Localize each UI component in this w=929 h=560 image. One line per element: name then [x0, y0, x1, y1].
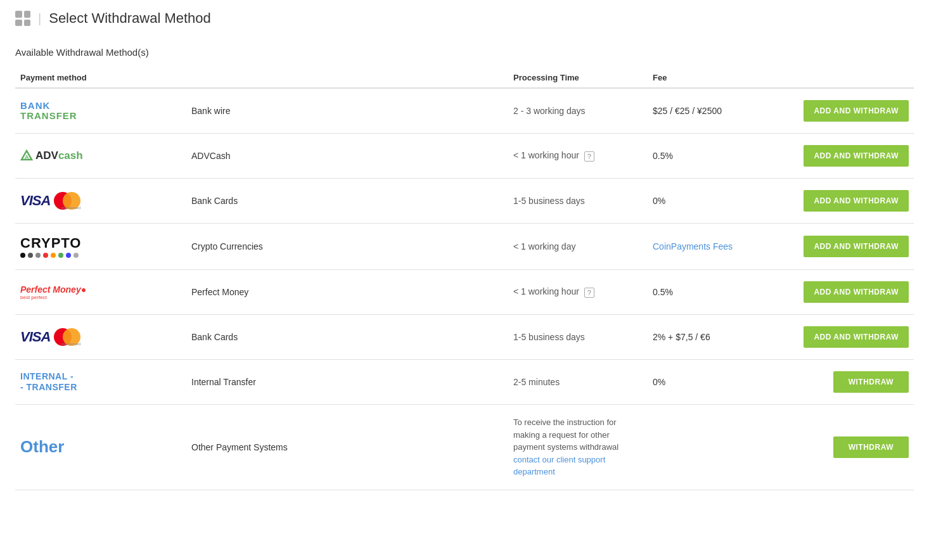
logo-cell-visa-mc-2: VISA mastercard: [15, 328, 186, 346]
table-row: Other Other Payment Systems To receive t…: [15, 405, 914, 490]
crypto-dots: [20, 253, 79, 258]
withdraw-button-internal-transfer[interactable]: WITHDRAW: [833, 371, 909, 393]
btn-cell-perfect-money: ADD AND WITHDRAW: [787, 281, 914, 303]
add-withdraw-button-perfect-money[interactable]: ADD AND WITHDRAW: [804, 281, 909, 303]
payment-name-crypto: Crypto Currencies: [186, 241, 508, 251]
mastercard-logo: mastercard: [54, 192, 80, 210]
table-header: Payment method Processing Time Fee: [15, 68, 914, 89]
table-row: INTERNAL - - TRANSFER Internal Transfer …: [15, 360, 914, 405]
page-title: Select Withdrawal Method: [49, 10, 211, 27]
question-badge-advcash: ?: [584, 151, 594, 162]
btn-cell-bank-cards-2: ADD AND WITHDRAW: [787, 326, 914, 348]
col-action: [787, 73, 914, 82]
svg-text:A: A: [25, 154, 29, 160]
table-row: CRYPTO Crypto Currencies < 1 working day…: [15, 224, 914, 270]
processing-time-bank-cards-1: 1-5 business days: [508, 196, 648, 206]
fee-perfect-money: 0.5%: [648, 287, 787, 297]
add-withdraw-button-bank-wire[interactable]: ADD AND WITHDRAW: [804, 100, 909, 122]
col-payment-method: Payment method: [15, 73, 186, 82]
payment-name-other: Other Payment Systems: [186, 442, 508, 452]
payment-name-advcash: ADVCash: [186, 151, 508, 161]
col-processing-time: Processing Time: [508, 73, 648, 82]
fee-advcash: 0.5%: [648, 151, 787, 161]
processing-time-bank-wire: 2 - 3 working days: [508, 106, 648, 116]
header-divider: |: [38, 11, 41, 26]
logo-cell-advcash: A ADVcash: [15, 150, 186, 162]
bank-transfer-logo-bank: BANK: [20, 101, 77, 111]
add-withdraw-button-crypto[interactable]: ADD AND WITHDRAW: [804, 236, 909, 257]
btn-cell-advcash: ADD AND WITHDRAW: [787, 145, 914, 167]
processing-time-perfect-money: < 1 working hour ?: [508, 286, 648, 297]
fee-bank-cards-1: 0%: [648, 196, 787, 206]
table-row: A ADVcash ADVCash < 1 working hour ? 0.5…: [15, 134, 914, 179]
processing-time-internal-transfer: 2-5 minutes: [508, 377, 648, 387]
logo-cell-visa-mc-1: VISA mastercard: [15, 192, 186, 210]
col-fee: Fee: [648, 73, 787, 82]
payment-name-perfect-money: Perfect Money: [186, 287, 508, 297]
payment-name-bank-cards-2: Bank Cards: [186, 332, 508, 342]
internal-logo-text: INTERNAL -: [20, 371, 77, 382]
btn-cell-bank-wire: ADD AND WITHDRAW: [787, 100, 914, 122]
add-withdraw-button-bank-cards-1[interactable]: ADD AND WITHDRAW: [804, 190, 909, 212]
logo-cell-perfect-money: Perfect Money● best perfect: [15, 284, 186, 300]
table-row: VISA mastercard Bank Cards 1-5 business …: [15, 179, 914, 224]
table-row: VISA mastercard Bank Cards 1-5 business …: [15, 315, 914, 360]
logo-cell-other: Other: [15, 437, 186, 457]
perfect-money-logo-text: Perfect Money●: [20, 284, 86, 295]
internal-logo-transfer: - TRANSFER: [20, 382, 77, 393]
fee-bank-cards-2: 2% + $7,5 / €6: [648, 332, 787, 342]
payment-name-bank-cards-1: Bank Cards: [186, 196, 508, 206]
payment-name-bank-wire: Bank wire: [186, 106, 508, 116]
btn-cell-crypto: ADD AND WITHDRAW: [787, 236, 914, 257]
client-support-link[interactable]: contact our client support department: [513, 455, 605, 477]
processing-time-advcash: < 1 working hour ?: [508, 150, 648, 161]
logo-cell-internal-transfer: INTERNAL - - TRANSFER: [15, 371, 186, 393]
bank-transfer-logo-transfer: TRANSFER: [20, 111, 77, 122]
advcash-logo-text: ADVcash: [35, 150, 83, 162]
add-withdraw-button-bank-cards-2[interactable]: ADD AND WITHDRAW: [804, 326, 909, 348]
table-row: Perfect Money● best perfect Perfect Mone…: [15, 270, 914, 315]
btn-cell-bank-cards-1: ADD AND WITHDRAW: [787, 190, 914, 212]
processing-time-crypto: < 1 working day: [508, 241, 648, 251]
fee-bank-wire: $25 / €25 / ¥2500: [648, 106, 787, 116]
btn-cell-other: WITHDRAW: [787, 436, 914, 458]
payment-name-internal-transfer: Internal Transfer: [186, 377, 508, 387]
add-withdraw-button-advcash[interactable]: ADD AND WITHDRAW: [804, 145, 909, 167]
visa-logo: VISA: [20, 193, 50, 209]
withdrawal-table: Payment method Processing Time Fee BANK …: [15, 68, 914, 490]
logo-cell-bank-transfer: BANK TRANSFER: [15, 101, 186, 122]
question-badge-perfect-money: ?: [584, 288, 594, 298]
withdraw-button-other[interactable]: WITHDRAW: [833, 436, 909, 458]
col-name: [186, 73, 508, 82]
coinpayments-fees-link[interactable]: CoinPayments Fees: [653, 241, 733, 251]
mastercard-logo-2: mastercard: [54, 328, 80, 346]
table-row: BANK TRANSFER Bank wire 2 - 3 working da…: [15, 89, 914, 134]
app-icon: [15, 11, 30, 26]
processing-info-other: To receive the instruction for making a …: [508, 416, 648, 478]
logo-cell-crypto: CRYPTO: [15, 235, 186, 258]
advcash-icon: A: [20, 150, 33, 162]
header: | Select Withdrawal Method: [15, 10, 914, 32]
fee-crypto: CoinPayments Fees: [648, 241, 787, 251]
perfect-money-sub: best perfect: [20, 295, 86, 300]
processing-time-bank-cards-2: 1-5 business days: [508, 332, 648, 342]
section-title: Available Withdrawal Method(s): [15, 47, 914, 58]
fee-internal-transfer: 0%: [648, 377, 787, 387]
btn-cell-internal-transfer: WITHDRAW: [787, 371, 914, 393]
crypto-logo-text: CRYPTO: [20, 235, 81, 251]
other-logo-text: Other: [20, 437, 64, 457]
visa-logo-2: VISA: [20, 329, 50, 345]
